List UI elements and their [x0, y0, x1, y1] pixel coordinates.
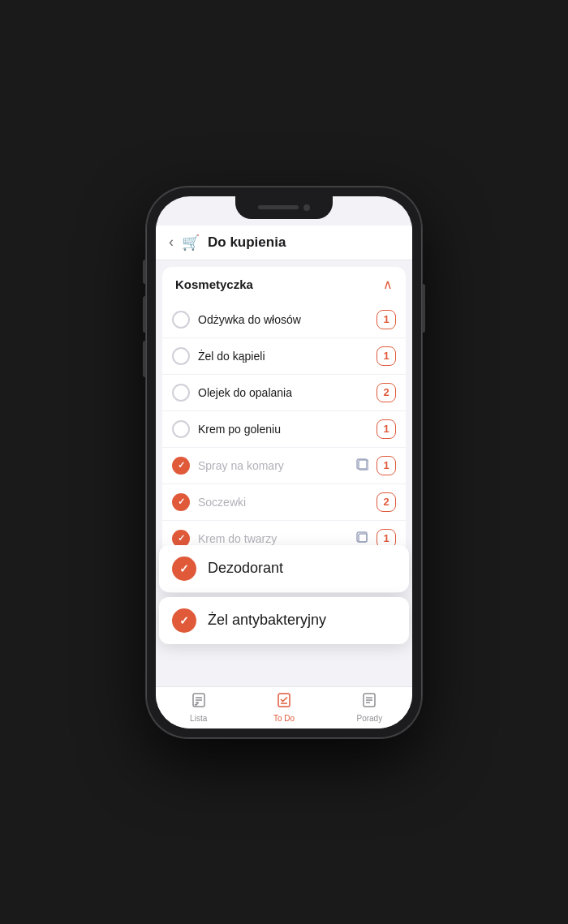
floating-checkbox[interactable]: ✓ [172, 608, 196, 633]
content-area: Kosmetyczka ∧ Odżywka do włosów 1 Żel do… [156, 260, 412, 686]
qty-badge: 1 [377, 310, 396, 329]
todo-icon [276, 692, 292, 712]
note-icon [355, 458, 368, 473]
list-item[interactable]: Żel do kąpieli 1 [162, 338, 406, 375]
nav-label-lista: Lista [190, 714, 207, 723]
app-header: ‹ 🛒 Do kupienia [156, 226, 412, 260]
qty-badge: 2 [377, 492, 396, 512]
item-name: Soczewki [198, 496, 368, 509]
item-name: Spray na komary [198, 459, 347, 472]
qty-badge: 2 [377, 383, 396, 402]
qty-badge: 1 [377, 346, 396, 366]
list-item[interactable]: Krem po goleniu 1 [162, 411, 406, 448]
floating-card-zel[interactable]: ✓ Żel antybakteryjny [159, 597, 409, 644]
floating-card-dezodorant[interactable]: ✓ Dezodorant [159, 545, 409, 592]
nav-label-todo: To Do [273, 714, 295, 723]
back-button[interactable]: ‹ [169, 234, 174, 251]
bottom-nav: Lista To Do [156, 686, 412, 728]
list-item[interactable]: ✓ Spray na komary 1 [162, 448, 406, 484]
item-checkbox[interactable] [172, 420, 190, 438]
list-item[interactable]: Olejek do opalania 2 [162, 375, 406, 411]
nav-label-porady: Porady [356, 714, 382, 723]
list-item[interactable]: ✓ Soczewki 2 [162, 484, 406, 521]
item-checkbox[interactable]: ✓ [172, 493, 190, 511]
nav-item-lista[interactable]: Lista [156, 687, 241, 728]
item-checkbox[interactable] [172, 384, 190, 402]
floating-item-name: Żel antybakteryjny [208, 612, 326, 629]
nav-item-todo[interactable]: To Do [241, 687, 326, 728]
item-checkbox[interactable] [172, 311, 190, 329]
qty-badge: 1 [377, 419, 396, 439]
floating-checkbox[interactable]: ✓ [172, 557, 196, 581]
svg-rect-3 [359, 534, 367, 542]
floating-item-name: Dezodorant [208, 560, 283, 577]
category-title: Kosmetyczka [175, 277, 253, 291]
list-item[interactable]: Odżywka do włosów 1 [162, 302, 406, 338]
qty-badge: 1 [377, 456, 396, 475]
item-checkbox[interactable] [172, 347, 190, 365]
category-header[interactable]: Kosmetyczka ∧ [162, 267, 406, 302]
item-name: Olejek do opalania [198, 386, 368, 399]
header-basket-icon: 🛒 [182, 234, 200, 251]
item-name: Żel do kąpieli [198, 350, 368, 363]
item-name: Krem po goleniu [198, 423, 368, 436]
chevron-up-icon: ∧ [383, 277, 393, 292]
floating-cards: ✓ Dezodorant ✓ Żel antybakteryjny [156, 545, 412, 686]
phone-screen: ‹ 🛒 Do kupienia Kosmetyczka ∧ Odżywka do… [156, 196, 412, 728]
item-checkbox[interactable]: ✓ [172, 457, 190, 475]
lista-icon [191, 692, 207, 712]
porady-icon [361, 692, 377, 712]
phone-frame: ‹ 🛒 Do kupienia Kosmetyczka ∧ Odżywka do… [146, 187, 422, 738]
item-name: Krem do twarzy [198, 532, 347, 545]
note-icon [355, 531, 368, 546]
header-title: Do kupienia [208, 234, 286, 251]
nav-item-porady[interactable]: Porady [327, 687, 412, 728]
notch [235, 196, 333, 219]
item-name: Odżywka do włosów [198, 313, 368, 326]
